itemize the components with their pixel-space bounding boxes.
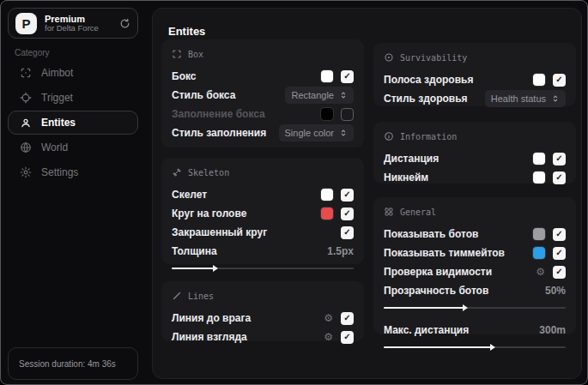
brand-subtitle: for Delta Force [45, 24, 112, 33]
sidebar-item-label: World [41, 141, 68, 153]
checkbox[interactable]: ✓ [341, 312, 354, 325]
box-style-dropdown[interactable]: Rectangle [285, 87, 354, 104]
sidebar-item-trigget[interactable]: Trigget [8, 86, 138, 110]
setting-label: Прозрачность ботов [384, 285, 488, 297]
setting-label: Макс. дистанция [384, 324, 469, 336]
setting-label: Заполнение бокса [172, 108, 265, 120]
setting-label: Линия до врага [172, 312, 251, 324]
setting-row: Показывать тиммейтов ✓ [384, 244, 566, 262]
lines-card: Lines Линия до врага ⚙ ✓ Линия взгляда ⚙… [161, 281, 364, 341]
box-card: Box Бокс ✓ Стиль бокса Rectangle [161, 39, 364, 147]
sidebar-nav: Aimbot Trigget Entites [8, 61, 138, 185]
gear-icon[interactable]: ⚙ [536, 267, 545, 277]
max-distance-slider[interactable] [384, 344, 566, 351]
color-swatch[interactable] [321, 208, 333, 220]
checkbox[interactable]: ✓ [341, 208, 354, 220]
survivability-section-header: Survivability [384, 51, 566, 63]
checkbox[interactable]: ✓ [341, 189, 354, 202]
category-label: Category [15, 48, 50, 57]
slider-thumb[interactable] [490, 344, 495, 351]
setting-row: Дистанция ✓ [384, 149, 566, 168]
check-icon: ✓ [343, 314, 350, 322]
sidebar-item-world[interactable]: World [8, 135, 138, 159]
information-card: Information Дистанция ✓ Никнейм ✓ [373, 122, 576, 183]
gear-icon[interactable]: ⚙ [324, 313, 333, 323]
session-duration-card: Session duration: 4m 36s [8, 347, 138, 380]
slider-value: 50% [545, 285, 566, 297]
slider-thumb[interactable] [463, 304, 468, 311]
setting-row: Заполнение бокса [172, 105, 354, 123]
checkbox[interactable]: ✓ [553, 228, 566, 241]
checkbox[interactable]: ✓ [553, 171, 566, 184]
checkbox[interactable]: ✓ [553, 153, 566, 165]
skeleton-section-header: Skeleton [172, 166, 354, 178]
setting-label: Бокс [172, 70, 196, 82]
setting-row: Толщина 1.5px [172, 242, 354, 261]
page-title: Entites [168, 25, 205, 38]
refresh-icon[interactable] [119, 18, 130, 29]
setting-row: Скелет ✓ [172, 185, 354, 204]
check-icon: ✓ [343, 209, 350, 218]
setting-label: Показывать тиммейтов [384, 247, 505, 259]
color-swatch[interactable] [321, 108, 333, 120]
app-window: P Premium for Delta Force Category Aimbo… [0, 0, 588, 385]
health-style-dropdown[interactable]: Health status [485, 90, 566, 107]
color-swatch[interactable] [533, 171, 545, 183]
sidebar: P Premium for Delta Force Category Aimbo… [1, 1, 145, 384]
check-icon: ✓ [555, 154, 562, 163]
setting-label: Показывать ботов [384, 228, 478, 240]
slider-thumb[interactable] [213, 265, 218, 272]
setting-row: Стиль здоровья Health status [384, 89, 566, 108]
setting-label: Толщина [172, 245, 217, 257]
sidebar-item-aimbot[interactable]: Aimbot [8, 61, 138, 85]
check-icon: ✓ [343, 333, 350, 341]
check-icon: ✓ [343, 190, 350, 199]
checkbox[interactable] [341, 108, 354, 121]
setting-row: Линия до врага ⚙ ✓ [172, 309, 354, 328]
color-swatch[interactable] [533, 228, 545, 240]
bone-icon [172, 167, 182, 177]
checkbox[interactable]: ✓ [341, 226, 354, 239]
check-icon: ✓ [555, 268, 562, 276]
sidebar-item-entites[interactable]: Entites [8, 111, 138, 135]
color-swatch[interactable] [533, 247, 545, 259]
setting-row: Никнейм ✓ [384, 168, 566, 187]
session-duration-text: Session duration: 4m 36s [19, 359, 116, 369]
setting-label: Стиль бокса [172, 89, 235, 101]
gear-icon[interactable]: ⚙ [324, 332, 333, 342]
unfold-icon [339, 129, 348, 137]
setting-label: Скелет [172, 189, 207, 201]
setting-row: Показывать ботов ✓ [384, 225, 566, 244]
check-icon: ✓ [555, 75, 562, 84]
sidebar-item-settings[interactable]: Settings [8, 160, 138, 184]
setting-label: Линия взгляда [172, 331, 247, 343]
checkbox[interactable]: ✓ [553, 266, 566, 279]
health-icon [384, 52, 394, 63]
box-section-header: Box [172, 48, 354, 60]
check-icon: ✓ [343, 72, 350, 81]
setting-label: Стиль здоровья [384, 93, 468, 105]
checkbox[interactable]: ✓ [341, 70, 354, 83]
checkbox[interactable]: ✓ [553, 247, 566, 260]
color-swatch[interactable] [533, 153, 545, 165]
fill-style-dropdown[interactable]: Single color [279, 124, 354, 141]
bot-opacity-slider[interactable] [384, 304, 566, 311]
color-swatch[interactable] [533, 74, 545, 86]
line-icon [172, 291, 182, 301]
sidebar-item-label: Settings [41, 166, 78, 178]
skeleton-card: Skeleton Скелет ✓ Круг на голове ✓ Закра… [161, 158, 364, 264]
checkbox[interactable]: ✓ [341, 331, 354, 344]
thickness-slider[interactable] [172, 265, 354, 272]
checkbox[interactable]: ✓ [553, 74, 566, 87]
info-icon [384, 131, 394, 141]
aimbot-icon [20, 67, 32, 79]
setting-row: Бокс ✓ [172, 67, 354, 86]
setting-label: Закрашенный круг [172, 226, 267, 238]
general-card: General Показывать ботов ✓ Показывать ти… [373, 197, 576, 334]
setting-row: Закрашенный круг ✓ [172, 223, 354, 242]
check-icon: ✓ [343, 228, 350, 237]
color-swatch[interactable] [321, 70, 333, 82]
setting-row: Линия взгляда ⚙ ✓ [172, 328, 354, 346]
trigger-icon [20, 92, 32, 104]
color-swatch[interactable] [321, 189, 333, 201]
